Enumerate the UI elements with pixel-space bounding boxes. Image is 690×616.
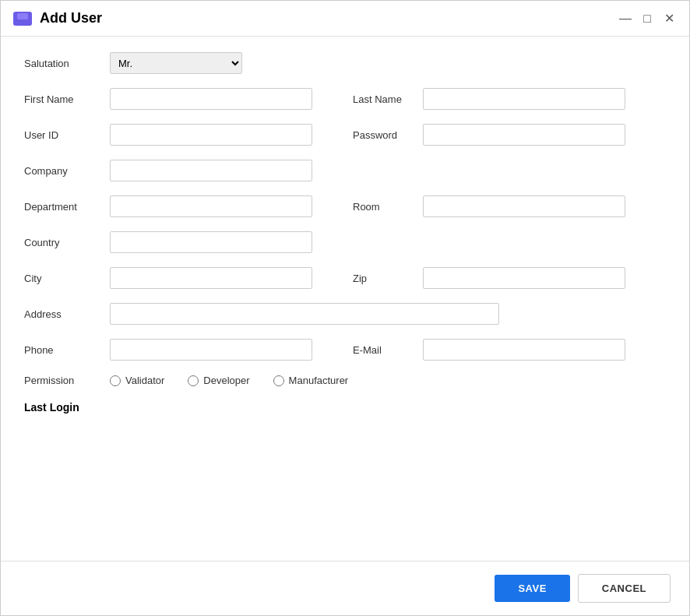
department-room-row: Department Room (24, 195, 666, 217)
password-label: Password (353, 129, 423, 141)
address-row: Address (24, 303, 666, 325)
password-group: Password (345, 124, 666, 146)
country-input[interactable] (110, 231, 312, 253)
phone-group: Phone (24, 339, 345, 361)
last-login-section: Last Login (24, 400, 666, 414)
manufacturer-radio[interactable] (273, 375, 284, 386)
company-input[interactable] (110, 160, 312, 181)
user-id-label: User ID (24, 129, 110, 141)
validator-radio[interactable] (110, 375, 121, 386)
salutation-row: Salutation Mr. Ms. Mrs. Dr. Prof. (24, 52, 666, 74)
dialog-footer: SAVE CANCEL (1, 561, 689, 615)
zip-label: Zip (353, 273, 423, 284)
phone-input[interactable] (110, 339, 312, 361)
email-group: E-Mail (345, 339, 666, 361)
save-button[interactable]: SAVE (495, 575, 569, 602)
app-icon (13, 12, 32, 26)
manufacturer-label: Manufacturer (289, 375, 349, 386)
last-login-label: Last Login (24, 401, 79, 414)
developer-radio[interactable] (188, 375, 199, 386)
developer-label: Developer (203, 375, 249, 386)
phone-label: Phone (24, 344, 110, 356)
first-name-group: First Name (24, 88, 345, 110)
password-input[interactable] (423, 124, 625, 146)
permission-manufacturer[interactable]: Manufacturer (273, 375, 349, 386)
last-name-group: Last Name (345, 88, 666, 110)
salutation-label: Salutation (24, 58, 110, 69)
department-label: Department (24, 201, 110, 213)
user-id-group: User ID (24, 124, 345, 146)
first-name-input[interactable] (110, 88, 312, 110)
permission-developer[interactable]: Developer (188, 375, 249, 386)
country-row: Country (24, 231, 666, 253)
permission-label: Permission (24, 375, 110, 386)
email-input[interactable] (423, 339, 625, 361)
permission-options: Validator Developer Manufacturer (110, 375, 348, 386)
city-label: City (24, 273, 110, 284)
permission-validator[interactable]: Validator (110, 375, 164, 386)
room-group: Room (345, 195, 666, 217)
title-bar: Add User — □ ✕ (1, 1, 689, 37)
department-input[interactable] (110, 195, 312, 217)
room-label: Room (353, 201, 423, 213)
department-group: Department (24, 195, 345, 217)
first-name-label: First Name (24, 93, 110, 105)
add-user-dialog: Add User — □ ✕ Salutation Mr. Ms. Mrs. D… (0, 0, 690, 616)
zip-group: Zip (345, 267, 666, 289)
last-name-label: Last Name (353, 93, 423, 105)
address-input[interactable] (110, 303, 499, 325)
city-group: City (24, 267, 345, 289)
maximize-button[interactable]: □ (639, 11, 655, 26)
title-left: Add User (13, 10, 102, 26)
cancel-button[interactable]: CANCEL (578, 574, 671, 603)
dialog-title: Add User (40, 10, 102, 26)
zip-input[interactable] (423, 267, 625, 289)
room-input[interactable] (423, 195, 625, 217)
minimize-button[interactable]: — (618, 11, 633, 26)
company-row: Company (24, 160, 666, 181)
title-controls: — □ ✕ (618, 11, 677, 26)
userid-password-row: User ID Password (24, 124, 666, 146)
phone-email-row: Phone E-Mail (24, 339, 666, 361)
address-label: Address (24, 308, 110, 320)
email-label: E-Mail (353, 344, 423, 356)
user-id-input[interactable] (110, 124, 312, 146)
form-content: Salutation Mr. Ms. Mrs. Dr. Prof. First … (1, 37, 689, 561)
last-name-input[interactable] (423, 88, 625, 110)
city-zip-row: City Zip (24, 267, 666, 289)
validator-label: Validator (125, 375, 164, 386)
name-row: First Name Last Name (24, 88, 666, 110)
close-button[interactable]: ✕ (661, 11, 677, 26)
company-label: Company (24, 165, 110, 177)
city-input[interactable] (110, 267, 312, 289)
salutation-select[interactable]: Mr. Ms. Mrs. Dr. Prof. (110, 52, 242, 74)
permission-row: Permission Validator Developer Manufactu… (24, 375, 666, 386)
country-label: Country (24, 237, 110, 248)
